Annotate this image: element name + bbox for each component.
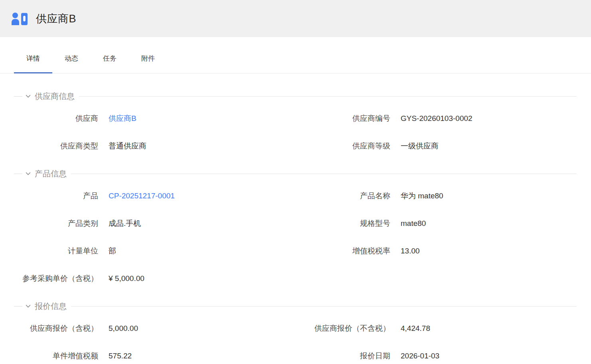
field-label: 产品名称 bbox=[295, 191, 390, 201]
section-rows: 供应商报价（含税） 5,000.00 供应商报价（不含税） 4,424.78 单… bbox=[14, 323, 577, 361]
field-unit: 计量单位 部 bbox=[14, 246, 295, 256]
section-quote-info: 报价信息 供应商报价（含税） 5,000.00 供应商报价（不含税） 4,424… bbox=[14, 301, 577, 361]
field-row: 供应商类型 普通供应商 供应商等级 一级供应商 bbox=[14, 141, 577, 151]
tab-tasks[interactable]: 任务 bbox=[91, 37, 129, 73]
field-label: 供应商 bbox=[14, 113, 98, 124]
tab-detail[interactable]: 详情 bbox=[14, 37, 52, 73]
tab-activity[interactable]: 动态 bbox=[52, 37, 91, 73]
field-label: 计量单位 bbox=[14, 246, 98, 256]
chevron-down-icon bbox=[25, 303, 31, 309]
field-label: 产品 bbox=[14, 191, 98, 201]
field-vat-rate: 增值税税率 13.00 bbox=[295, 246, 577, 256]
field-ref-purchase-price-incl-tax: 参考采购单价（含税） ¥ 5,000.00 bbox=[14, 273, 295, 284]
tab-label: 任务 bbox=[103, 55, 117, 62]
field-label: 报价日期 bbox=[295, 351, 390, 361]
section-left-line bbox=[14, 96, 22, 97]
section-right-line bbox=[71, 306, 577, 307]
field-value: GYS-20260103-0002 bbox=[401, 113, 472, 124]
field-label: 供应商编号 bbox=[295, 113, 390, 124]
field-value: ¥ 5,000.00 bbox=[109, 273, 144, 284]
supplier-detail-page: 供应商B 详情 动态 任务 附件 供应商信息 供应商 供应商B 供应商编号 GY… bbox=[0, 0, 591, 361]
section-rows: 产品 CP-20251217-0001 产品名称 华为 mate80 产品类别 … bbox=[14, 191, 577, 284]
field-supplier-type: 供应商类型 普通供应商 bbox=[14, 141, 295, 151]
field-label: 增值税税率 bbox=[295, 246, 390, 256]
field-supplier-quote-incl-tax: 供应商报价（含税） 5,000.00 bbox=[14, 323, 295, 334]
field-value: 4,424.78 bbox=[401, 323, 430, 334]
field-supplier-level: 供应商等级 一级供应商 bbox=[295, 141, 577, 151]
field-label: 供应商报价（不含税） bbox=[295, 323, 390, 334]
field-label: 参考采购单价（含税） bbox=[14, 273, 98, 284]
field-label: 单件增值税额 bbox=[14, 351, 98, 361]
field-row: 供应商 供应商B 供应商编号 GYS-20260103-0002 bbox=[14, 113, 577, 124]
field-product: 产品 CP-20251217-0001 bbox=[14, 191, 295, 201]
field-supplier-quote-excl-tax: 供应商报价（不含税） 4,424.78 bbox=[295, 323, 577, 334]
field-value: 13.00 bbox=[401, 246, 420, 256]
field-value: mate80 bbox=[401, 218, 426, 229]
link-product[interactable]: CP-20251217-0001 bbox=[109, 191, 175, 201]
field-row: 产品类别 成品.手机 规格型号 mate80 bbox=[14, 218, 577, 229]
section-product-info: 产品信息 产品 CP-20251217-0001 产品名称 华为 mate80 … bbox=[14, 168, 577, 284]
field-value: 普通供应商 bbox=[109, 141, 146, 151]
field-supplier-no: 供应商编号 GYS-20260103-0002 bbox=[295, 113, 577, 124]
field-row: 产品 CP-20251217-0001 产品名称 华为 mate80 bbox=[14, 191, 577, 201]
section-title: 产品信息 bbox=[35, 168, 67, 179]
field-value: 华为 mate80 bbox=[401, 191, 443, 201]
field-row: 单件增值税额 575.22 报价日期 2026-01-03 bbox=[14, 351, 577, 361]
field-label: 供应商等级 bbox=[295, 141, 390, 151]
section-right-line bbox=[71, 174, 577, 174]
link-supplier[interactable]: 供应商B bbox=[109, 113, 136, 124]
field-value: 575.22 bbox=[109, 351, 132, 361]
chevron-down-icon bbox=[25, 171, 31, 177]
field-value: 一级供应商 bbox=[401, 141, 439, 151]
field-unit-vat-amount: 单件增值税额 575.22 bbox=[14, 351, 295, 361]
section-left-line bbox=[14, 306, 22, 307]
section-left-line bbox=[14, 174, 22, 174]
supplier-contact-icon bbox=[11, 12, 29, 25]
field-value: 5,000.00 bbox=[109, 323, 138, 334]
tab-bar: 详情 动态 任务 附件 bbox=[0, 37, 591, 73]
field-label: 产品类别 bbox=[14, 218, 98, 229]
section-header[interactable]: 报价信息 bbox=[14, 301, 577, 311]
tab-attachments[interactable]: 附件 bbox=[129, 37, 167, 73]
chevron-down-icon bbox=[25, 93, 31, 99]
field-spec-model: 规格型号 mate80 bbox=[295, 218, 577, 229]
section-title: 供应商信息 bbox=[35, 91, 75, 101]
tab-label: 详情 bbox=[26, 55, 40, 62]
field-value: 部 bbox=[109, 246, 116, 256]
field-value: 成品.手机 bbox=[109, 218, 141, 229]
header-bar: 供应商B bbox=[0, 0, 591, 37]
field-label: 供应商类型 bbox=[14, 141, 98, 151]
field-row: 参考采购单价（含税） ¥ 5,000.00 bbox=[14, 273, 577, 284]
page-title: 供应商B bbox=[36, 12, 76, 26]
field-row: 计量单位 部 增值税税率 13.00 bbox=[14, 246, 577, 256]
section-right-line bbox=[79, 96, 577, 97]
field-label: 规格型号 bbox=[295, 218, 390, 229]
section-header[interactable]: 产品信息 bbox=[14, 168, 577, 179]
section-title: 报价信息 bbox=[35, 301, 67, 311]
section-header[interactable]: 供应商信息 bbox=[14, 91, 577, 101]
field-quote-date: 报价日期 2026-01-03 bbox=[295, 351, 577, 361]
tab-label: 附件 bbox=[141, 55, 155, 62]
field-supplier: 供应商 供应商B bbox=[14, 113, 295, 124]
field-row: 供应商报价（含税） 5,000.00 供应商报价（不含税） 4,424.78 bbox=[14, 323, 577, 334]
detail-content: 供应商信息 供应商 供应商B 供应商编号 GYS-20260103-0002 供… bbox=[0, 73, 591, 361]
field-product-category: 产品类别 成品.手机 bbox=[14, 218, 295, 229]
tab-label: 动态 bbox=[65, 55, 78, 62]
section-rows: 供应商 供应商B 供应商编号 GYS-20260103-0002 供应商类型 普… bbox=[14, 113, 577, 151]
field-value: 2026-01-03 bbox=[401, 351, 439, 361]
field-label: 供应商报价（含税） bbox=[14, 323, 98, 334]
field-product-name: 产品名称 华为 mate80 bbox=[295, 191, 577, 201]
section-supplier-info: 供应商信息 供应商 供应商B 供应商编号 GYS-20260103-0002 供… bbox=[14, 91, 577, 151]
